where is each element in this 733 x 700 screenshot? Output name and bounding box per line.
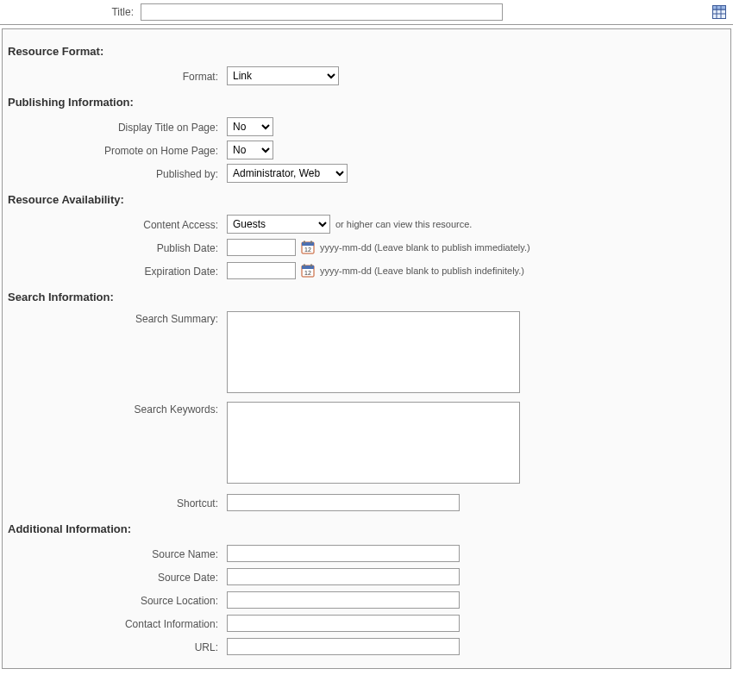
row-display-title: Display Title on Page: No (3, 116, 730, 137)
display-title-select[interactable]: No (227, 117, 273, 136)
row-contact-info: Contact Information: (3, 613, 730, 634)
svg-rect-18 (310, 265, 312, 267)
row-source-location: Source Location: (3, 590, 730, 610)
svg-text:12: 12 (304, 247, 311, 253)
source-location-label: Source Location: (3, 593, 227, 607)
row-source-name: Source Name: (3, 543, 730, 564)
source-date-input[interactable] (227, 568, 460, 585)
title-input[interactable] (141, 3, 503, 21)
row-expiration-date: Expiration Date: 12 yyyy-mm-dd (Leave bl… (3, 260, 730, 281)
source-location-input[interactable] (227, 591, 460, 609)
search-summary-label: Search Summary: (3, 311, 227, 325)
row-shortcut: Shortcut: (3, 492, 730, 513)
row-content-access: Content Access: Guests or higher can vie… (3, 214, 730, 234)
row-search-summary: Search Summary: (3, 311, 730, 393)
section-resource-format-heading: Resource Format: (3, 38, 730, 63)
content-access-select[interactable]: Guests (227, 215, 330, 234)
url-label: URL: (3, 640, 227, 653)
search-keywords-label: Search Keywords: (3, 402, 227, 416)
svg-rect-5 (713, 6, 726, 10)
source-name-label: Source Name: (3, 547, 227, 560)
display-title-label: Display Title on Page: (3, 120, 227, 134)
row-promote-home: Promote on Home Page: No (3, 140, 730, 160)
row-source-date: Source Date: (3, 566, 730, 587)
svg-text:12: 12 (304, 270, 311, 276)
publish-date-hint: yyyy-mm-dd (Leave blank to publish immed… (320, 242, 530, 253)
svg-rect-17 (304, 265, 305, 267)
expiration-date-input[interactable] (227, 262, 296, 279)
format-select[interactable]: Link (227, 66, 339, 85)
title-label: Title: (7, 6, 141, 18)
section-additional-heading: Additional Information: (3, 516, 730, 541)
row-url: URL: (3, 636, 730, 657)
row-format: Format: Link (3, 66, 730, 86)
calendar-icon[interactable]: 12 (301, 264, 315, 278)
shortcut-input[interactable] (227, 494, 460, 511)
section-search-heading: Search Information: (3, 284, 730, 309)
search-summary-textarea[interactable] (227, 311, 520, 393)
publish-date-input[interactable] (227, 239, 296, 256)
search-keywords-textarea[interactable] (227, 402, 520, 484)
svg-rect-12 (304, 241, 305, 244)
row-published-by: Published by: Administrator, Web (3, 163, 730, 184)
publish-date-label: Publish Date: (3, 241, 227, 254)
format-label: Format: (3, 69, 227, 83)
section-availability-heading: Resource Availability: (3, 186, 730, 211)
section-publishing-heading: Publishing Information: (3, 89, 730, 114)
form-body: Resource Format: Format: Link Publishing… (2, 28, 731, 669)
source-name-input[interactable] (227, 545, 460, 562)
url-input[interactable] (227, 638, 460, 655)
contact-info-label: Contact Information: (3, 616, 227, 630)
calendar-icon[interactable]: 12 (301, 241, 315, 254)
published-by-select[interactable]: Administrator, Web (227, 164, 348, 183)
promote-home-select[interactable]: No (227, 141, 273, 159)
content-access-label: Content Access: (3, 217, 227, 231)
title-bar: Title: (0, 0, 733, 25)
shortcut-label: Shortcut: (3, 496, 227, 509)
row-publish-date: Publish Date: 12 yyyy-mm-dd (Leave blank… (3, 237, 730, 258)
expiration-date-label: Expiration Date: (3, 264, 227, 278)
content-access-suffix: or higher can view this resource. (335, 219, 472, 229)
svg-rect-13 (310, 241, 312, 244)
contact-info-input[interactable] (227, 615, 460, 632)
table-grid-icon[interactable] (712, 5, 726, 19)
expiration-date-hint: yyyy-mm-dd (Leave blank to publish indef… (320, 266, 524, 276)
source-date-label: Source Date: (3, 570, 227, 584)
row-search-keywords: Search Keywords: (3, 402, 730, 484)
promote-home-label: Promote on Home Page: (3, 143, 227, 157)
published-by-label: Published by: (3, 166, 227, 180)
